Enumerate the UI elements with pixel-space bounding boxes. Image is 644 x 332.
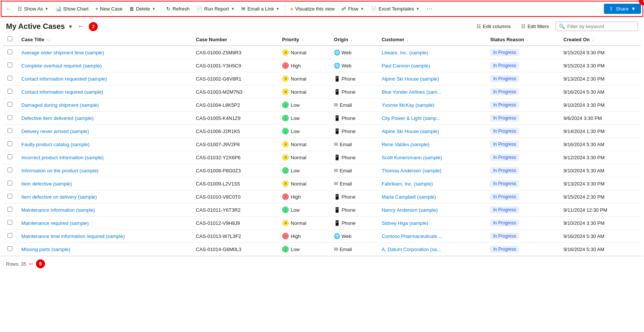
row-checkbox[interactable] [7,63,12,67]
case-title-link[interactable]: Missing parts (sample) [21,247,70,252]
show-chart-label: Show Chart [63,6,89,12]
email-link-button[interactable]: ✉ Email a Link ▼ [238,4,282,13]
case-title-link[interactable]: Faulty product catalog (sample) [21,142,90,147]
case-title-link[interactable]: Maintenance time information required (s… [21,233,125,239]
customer-link[interactable]: Yvonne McKay (sample) [382,102,435,108]
case-title-link[interactable]: Item defective on delivery (sample) [21,194,97,200]
back-button[interactable]: ← [3,4,14,13]
col-case-title[interactable]: Case Title ↑↓ [17,33,191,46]
case-title-link[interactable]: Contact information requested (sample) [21,76,107,82]
customer-link[interactable]: A. Datum Corporation (sa... [382,247,441,252]
visualize-button[interactable]: ● Visualize this view [287,4,338,13]
row-checkbox[interactable] [7,115,12,120]
share-button[interactable]: ⇧ Share ▼ [604,4,641,14]
col-customer[interactable]: Customer ↓ [377,33,486,46]
origin-icon: ✉ [334,181,338,187]
col-status-reason[interactable]: Status Reason ↓ [486,33,559,46]
customer-link[interactable]: Litware, Inc. (sample) [382,50,428,55]
row-checkbox-cell [3,164,17,177]
col-case-number[interactable]: Case Number ↓ [191,33,278,46]
cell-origin: 📱 Phone [329,85,377,99]
show-as-chevron: ▼ [45,7,49,11]
case-title-link[interactable]: Complete overhaul required (sample) [21,63,102,69]
row-checkbox[interactable] [7,49,12,54]
select-all-checkbox[interactable] [7,36,12,41]
show-as-button[interactable]: ☷ Show As ▼ [15,4,52,13]
run-report-button[interactable]: 📄 Run Report ▼ [193,4,238,13]
cell-customer: Maria Campbell (sample) [377,190,486,203]
cell-origin: ✉ Email [329,164,377,177]
row-checkbox[interactable] [7,128,12,133]
row-checkbox[interactable] [7,154,12,159]
customer-link[interactable]: City Power & Light (samp... [382,115,441,121]
case-title-link[interactable]: Average order shipment time (sample) [21,50,104,55]
customer-link[interactable]: Alpine Ski House (sample) [382,76,439,82]
show-chart-button[interactable]: 📊 Show Chart [52,4,92,13]
row-checkbox[interactable] [7,207,12,212]
case-title-link[interactable]: Contact information required (sample) [21,89,103,95]
cell-case-number: CAS-01003-M2M7N3 [191,85,278,99]
row-checkbox[interactable] [7,181,12,185]
cell-priority: ✕ Normal [278,46,329,59]
new-case-button[interactable]: + New Case [92,4,126,13]
customer-link[interactable]: Contoso Pharmaceuticals ... [382,233,443,239]
share-icon: ⇧ [609,6,613,12]
table-row: Maintenance required (sample) CAS-01012-… [3,217,641,230]
col-origin[interactable]: Origin ↓ [329,33,377,46]
flow-button[interactable]: ☍ Flow ▼ [338,4,367,13]
customer-link[interactable]: Thomas Andersen (sample) [382,168,442,173]
customer-link[interactable]: Rene Valdes (sample) [382,142,430,147]
cell-customer: Yvonne McKay (sample) [377,99,486,112]
cell-customer: Paul Cannon (sample) [377,59,486,72]
cell-created-on: 9/10/2024 3:30 PM [559,217,641,230]
table-row: Defective item delivered (sample) CAS-01… [3,112,641,125]
case-title-link[interactable]: Item defective (sample) [21,181,72,187]
cell-status-reason: In Progress [486,112,559,125]
status-badge: In Progress [490,49,519,56]
case-title-link[interactable]: Defective item delivered (sample) [21,115,94,121]
customer-link[interactable]: Scott Konersmann (sample) [382,155,442,160]
case-title-link[interactable]: Incorrect product information (sample) [21,155,104,160]
row-checkbox-cell [3,243,17,256]
customer-link[interactable]: Maria Campbell (sample) [382,194,436,200]
delete-button[interactable]: 🗑 Delete ▼ [126,4,158,13]
refresh-button[interactable]: ↻ Refresh [163,4,193,13]
case-title-link[interactable]: Maintenance information (sample) [21,207,95,213]
row-checkbox[interactable] [7,102,12,107]
row-checkbox[interactable] [7,220,12,225]
filter-keyword-input[interactable] [567,24,635,29]
list-title-chevron[interactable]: ▼ [68,24,73,30]
cell-case-title: Incorrect product information (sample) [17,151,191,164]
priority-indicator: ✕ Normal [282,154,306,161]
edit-filters-button[interactable]: ☷ Edit filters [517,22,553,31]
row-checkbox[interactable] [7,246,12,251]
row-checkbox[interactable] [7,194,12,199]
priority-circle: ↓ [282,206,289,213]
customer-link[interactable]: Sidney Higa (sample) [382,220,428,226]
customer-link[interactable]: Fabrikam, Inc. (sample) [382,181,433,187]
customer-link[interactable]: Paul Cannon (sample) [382,63,430,69]
row-checkbox[interactable] [7,233,12,238]
case-title-link[interactable]: Maintenance required (sample) [21,220,89,226]
row-checkbox[interactable] [7,141,12,146]
col-priority[interactable]: Priority ↓ [278,33,329,46]
case-title-link[interactable]: Information on the product (sample) [21,168,99,173]
case-title-link[interactable]: Delivery never arrived (sample) [21,129,89,134]
case-title-link[interactable]: Damaged during shipment (sample) [21,102,99,108]
priority-indicator: ↓ Low [282,128,300,135]
edit-columns-button[interactable]: ☷ Edit columns [473,22,514,31]
more-options-button[interactable]: ⋯ [423,4,435,14]
cell-origin: ✉ Email [329,99,377,112]
row-checkbox[interactable] [7,89,12,94]
col-created-on[interactable]: Created On ↓ [559,33,641,46]
row-checkbox[interactable] [7,167,12,172]
excel-button[interactable]: 📄 Excel Templates ▼ [368,4,423,13]
customer-link[interactable]: Blue Yonder Airlines (sam... [382,89,441,95]
status-badge: In Progress [490,167,519,174]
cell-status-reason: In Progress [486,190,559,203]
table-scroll[interactable]: Case Title ↑↓ Case Number ↓ Priority ↓ O… [3,33,641,256]
customer-link[interactable]: Nancy Anderson (sample) [382,207,438,213]
list-title: My Active Cases [6,22,65,31]
customer-link[interactable]: Alpine Ski House (sample) [382,129,439,134]
row-checkbox[interactable] [7,76,12,81]
